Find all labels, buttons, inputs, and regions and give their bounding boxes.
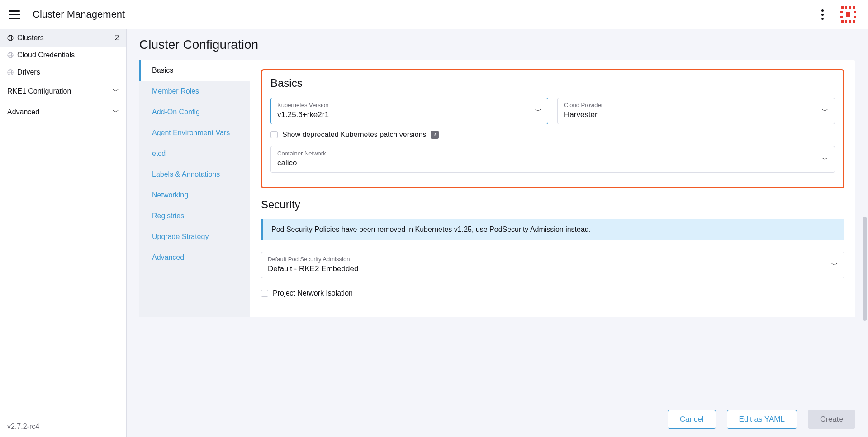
header-right <box>819 5 857 23</box>
page-title: Cluster Configuration <box>139 38 855 52</box>
kebab-menu-icon[interactable] <box>819 7 826 23</box>
tab-content: Basics Kubernetes Version v1.25.6+rke2r1… <box>250 60 855 317</box>
globe-icon <box>7 52 14 58</box>
tab-upgrade-strategy[interactable]: Upgrade Strategy <box>139 226 250 247</box>
project-network-isolation-label: Project Network Isolation <box>273 289 353 297</box>
globe-icon <box>7 35 14 41</box>
sidebar-item-cloud-credentials[interactable]: Cloud Credentials <box>0 47 126 64</box>
tab-advanced[interactable]: Advanced <box>139 247 250 268</box>
chevron-down-icon: ﹀ <box>831 261 838 269</box>
svg-rect-2 <box>849 6 851 9</box>
globe-icon <box>7 69 14 75</box>
kubernetes-version-select[interactable]: Kubernetes Version v1.25.6+rke2r1 ﹀ <box>270 98 548 124</box>
chevron-down-icon: ﹀ <box>822 155 828 164</box>
basics-highlight: Basics Kubernetes Version v1.25.6+rke2r1… <box>261 69 844 188</box>
field-value: Harvester <box>564 110 828 119</box>
chevron-down-icon: ﹀ <box>822 107 828 115</box>
config-panel: Basics Member Roles Add-On Config Agent … <box>139 60 855 317</box>
svg-rect-12 <box>846 12 850 17</box>
project-network-isolation-checkbox[interactable] <box>261 290 268 297</box>
field-label: Default Pod Security Admission <box>268 256 838 263</box>
sidebar-label: Clusters <box>17 34 44 42</box>
field-value: calico <box>277 159 828 168</box>
svg-rect-7 <box>854 16 856 18</box>
tab-etcd[interactable]: etcd <box>139 143 250 164</box>
cloud-provider-select[interactable]: Cloud Provider Harvester ﹀ <box>557 98 835 124</box>
header: Cluster Management <box>0 0 868 29</box>
sidebar: Clusters 2 Cloud Credentials Drivers RKE… <box>0 29 127 437</box>
tab-addon-config[interactable]: Add-On Config <box>139 102 250 122</box>
sidebar-label: Cloud Credentials <box>17 51 75 59</box>
pod-security-admission-select[interactable]: Default Pod Security Admission Default -… <box>261 252 844 278</box>
container-network-select[interactable]: Container Network calico ﹀ <box>270 146 835 173</box>
header-left: Cluster Management <box>9 9 125 20</box>
tab-member-roles[interactable]: Member Roles <box>139 81 250 102</box>
sidebar-group-label: Advanced <box>7 108 39 116</box>
page-header-title: Cluster Management <box>33 9 125 20</box>
main: Cluster Configuration Basics Member Role… <box>127 29 868 437</box>
tab-labels-annotations[interactable]: Labels & Annotations <box>139 164 250 185</box>
project-network-isolation-row: Project Network Isolation <box>261 289 844 297</box>
field-label: Cloud Provider <box>564 102 828 108</box>
tab-networking[interactable]: Networking <box>139 185 250 206</box>
clusters-count: 2 <box>115 34 119 42</box>
config-tabs: Basics Member Roles Add-On Config Agent … <box>139 60 250 317</box>
svg-rect-11 <box>853 20 855 23</box>
sidebar-item-drivers[interactable]: Drivers <box>0 64 126 81</box>
hamburger-icon[interactable] <box>9 10 20 19</box>
tab-agent-env-vars[interactable]: Agent Environment Vars <box>139 122 250 143</box>
tab-registries[interactable]: Registries <box>139 206 250 226</box>
create-button[interactable]: Create <box>808 410 855 429</box>
field-label: Container Network <box>277 150 828 157</box>
show-deprecated-row: Show deprecated Kubernetes patch version… <box>270 131 835 139</box>
chevron-down-icon: ﹀ <box>535 107 541 115</box>
svg-rect-3 <box>853 6 855 9</box>
svg-rect-9 <box>845 20 847 23</box>
chevron-down-icon: ﹀ <box>113 87 119 95</box>
svg-rect-8 <box>841 20 844 23</box>
field-value: v1.25.6+rke2r1 <box>277 110 541 119</box>
sidebar-group-rke1[interactable]: RKE1 Configuration ﹀ <box>0 81 126 102</box>
svg-rect-4 <box>840 11 843 13</box>
chevron-down-icon: ﹀ <box>113 108 119 116</box>
svg-rect-6 <box>840 16 843 18</box>
basics-heading: Basics <box>270 77 835 89</box>
field-label: Kubernetes Version <box>277 102 541 108</box>
svg-rect-1 <box>845 6 847 9</box>
show-deprecated-label: Show deprecated Kubernetes patch version… <box>282 131 426 139</box>
svg-rect-10 <box>849 20 851 23</box>
sidebar-label: Drivers <box>17 68 40 76</box>
security-info-banner: Pod Security Policies have been removed … <box>261 219 844 240</box>
show-deprecated-checkbox[interactable] <box>270 131 278 138</box>
svg-rect-5 <box>854 11 856 13</box>
edit-as-yaml-button[interactable]: Edit as YAML <box>727 410 797 429</box>
cancel-button[interactable]: Cancel <box>668 410 716 429</box>
field-value: Default - RKE2 Embedded <box>268 264 838 273</box>
scrollbar-thumb[interactable] <box>863 217 867 321</box>
security-heading: Security <box>261 198 844 211</box>
svg-rect-0 <box>841 6 844 9</box>
footer-actions: Cancel Edit as YAML Create <box>127 402 868 437</box>
sidebar-item-clusters[interactable]: Clusters 2 <box>0 29 126 47</box>
tab-basics[interactable]: Basics <box>139 60 250 81</box>
sidebar-group-advanced[interactable]: Advanced ﹀ <box>0 102 126 122</box>
brand-logo-icon <box>839 5 857 23</box>
info-icon[interactable]: i <box>431 131 439 139</box>
version-label: v2.7.2-rc4 <box>0 416 126 437</box>
sidebar-group-label: RKE1 Configuration <box>7 87 71 95</box>
